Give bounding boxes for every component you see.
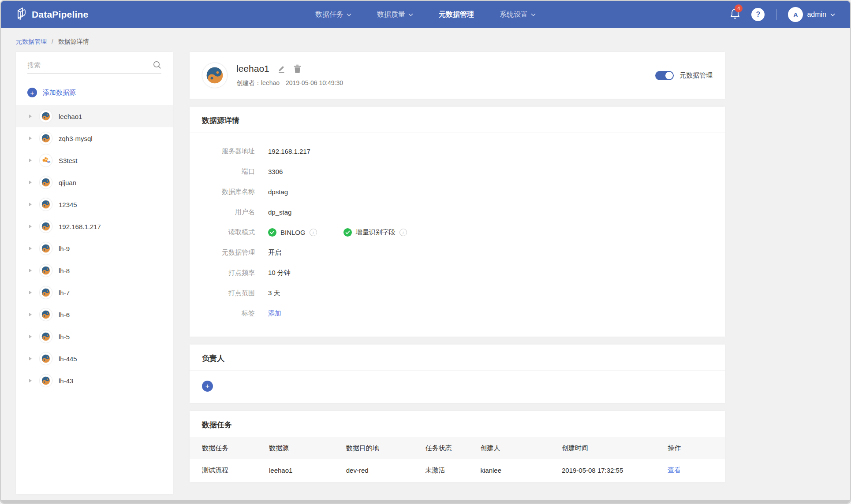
- datasource-header-card: leehao1: [190, 52, 725, 99]
- nav-right: 4 ? A admin: [730, 7, 835, 22]
- tasks-header-row: 数据任务 数据源 数据目的地 任务状态 创建人 创建时间 操作: [190, 437, 725, 459]
- username: admin: [807, 11, 826, 19]
- read-mode-label: 增量识别字段: [356, 228, 396, 237]
- help-button[interactable]: ?: [751, 8, 765, 21]
- tree-item-label: 12345: [59, 201, 77, 208]
- check-icon: [343, 228, 352, 237]
- tree-item-label: lh-5: [59, 333, 70, 341]
- owner-card: 负责人 +: [190, 345, 725, 403]
- horizontal-scrollbar[interactable]: [1, 500, 850, 503]
- field-label: 数据库名称: [202, 188, 255, 196]
- caret-right-icon[interactable]: [29, 357, 32, 360]
- column-header: 数据任务: [190, 437, 265, 459]
- mysql-icon: [39, 374, 52, 387]
- caret-right-icon[interactable]: [29, 247, 32, 250]
- nav-item-settings[interactable]: 系统设置: [500, 10, 536, 19]
- view-link[interactable]: 查看: [668, 466, 681, 474]
- nav-item-label: 元数据管理: [439, 10, 474, 19]
- add-datasource-button[interactable]: + 添加数据源: [16, 80, 173, 105]
- toggle-label: 元数据管理: [679, 71, 713, 80]
- tree-item-lh-6[interactable]: lh-6: [16, 304, 173, 326]
- search-input[interactable]: [27, 61, 153, 69]
- tree-item-lh-445[interactable]: lh-445: [16, 348, 173, 370]
- breadcrumb-parent-link[interactable]: 元数据管理: [16, 38, 47, 45]
- caret-right-icon[interactable]: [29, 137, 32, 140]
- mysql-icon: [39, 330, 52, 343]
- tree-item-12345[interactable]: 12345: [16, 193, 173, 215]
- field-row-frequency: 打点频率 10 分钟: [202, 263, 713, 283]
- caret-right-icon[interactable]: [29, 335, 32, 338]
- tree-item-s3test[interactable]: S3 S3test: [16, 149, 173, 171]
- metadata-toggle[interactable]: [655, 71, 674, 80]
- edit-button[interactable]: [276, 64, 286, 74]
- field-value: dp_stag: [268, 208, 291, 216]
- breadcrumb-separator: /: [52, 38, 53, 45]
- info-icon[interactable]: i: [399, 229, 407, 236]
- info-icon[interactable]: i: [310, 229, 317, 236]
- caret-right-icon[interactable]: [29, 115, 32, 118]
- chevron-down-icon: [408, 13, 413, 16]
- caret-right-icon[interactable]: [29, 203, 32, 206]
- caret-right-icon[interactable]: [29, 379, 32, 382]
- owner-section-title: 负责人: [190, 345, 725, 371]
- chevron-down-icon: [531, 13, 536, 16]
- chevron-down-icon: [830, 13, 835, 16]
- brand[interactable]: DataPipeline: [16, 7, 88, 22]
- tree-item-label: qijuan: [59, 179, 76, 186]
- datasource-tree: leehao1 zqh3-mysql S3 S3test qijuan 1234…: [16, 105, 173, 396]
- field-label: 端口: [202, 167, 255, 176]
- plus-icon: +: [205, 382, 209, 390]
- cell-destination: dev-red: [342, 459, 421, 482]
- mysql-icon: [39, 198, 52, 211]
- tree-item-leehao1[interactable]: leehao1: [16, 105, 173, 127]
- creator-name: leehao: [261, 79, 280, 86]
- delete-button[interactable]: [293, 64, 302, 74]
- caret-right-icon[interactable]: [29, 291, 32, 294]
- toggle-knob: [665, 72, 673, 79]
- tasks-section-title: 数据任务: [190, 411, 725, 437]
- tree-item-lh-5[interactable]: lh-5: [16, 326, 173, 348]
- tree-item-lh-42[interactable]: lh-42: [16, 392, 173, 396]
- tree-item-lh-7[interactable]: lh-7: [16, 282, 173, 304]
- tree-item-lh-43[interactable]: lh-43: [16, 370, 173, 392]
- mysql-icon: [39, 242, 52, 255]
- tree-item-qijuan[interactable]: qijuan: [16, 171, 173, 193]
- caret-right-icon[interactable]: [29, 225, 32, 228]
- datasource-detail-card: 数据源详情 服务器地址 192.168.1.217 端口 3306 数据库名称 …: [190, 107, 725, 337]
- tree-item-label: lh-9: [59, 245, 70, 252]
- add-owner-button[interactable]: +: [202, 381, 213, 392]
- mysql-icon: [39, 110, 52, 123]
- tasks-table: 数据任务 数据源 数据目的地 任务状态 创建人 创建时间 操作 测试流程 lee…: [190, 437, 725, 482]
- field-label: 服务器地址: [202, 147, 255, 156]
- tree-item-lh-9[interactable]: lh-9: [16, 237, 173, 259]
- nav-item-metadata[interactable]: 元数据管理: [439, 10, 474, 19]
- field-row-username: 用户名 dp_stag: [202, 202, 713, 222]
- nav-item-data-quality[interactable]: 数据质量: [377, 10, 413, 19]
- tree-item-192-168-1-217[interactable]: 192.168.1.217: [16, 215, 173, 237]
- column-header: 任务状态: [421, 437, 476, 459]
- tree-item-label: lh-8: [59, 267, 70, 274]
- creator-label: 创建者：: [236, 79, 261, 86]
- nav-item-data-tasks[interactable]: 数据任务: [315, 10, 351, 19]
- user-menu[interactable]: A admin: [788, 7, 835, 22]
- tree-item-lh-8[interactable]: lh-8: [16, 259, 173, 282]
- caret-right-icon[interactable]: [29, 313, 32, 316]
- tasks-card: 数据任务 数据任务 数据源 数据目的地 任务状态 创建人 创建时间 操作: [190, 411, 725, 482]
- field-row-read-mode: 读取模式 BINLOG i: [202, 222, 713, 242]
- caret-right-icon[interactable]: [29, 159, 32, 162]
- question-icon: ?: [756, 11, 761, 19]
- caret-right-icon[interactable]: [29, 269, 32, 272]
- add-tag-link[interactable]: 添加: [268, 309, 281, 318]
- s3-icon: S3: [39, 154, 52, 167]
- avatar: A: [788, 7, 803, 22]
- notifications-button[interactable]: 4: [730, 8, 740, 21]
- column-header: 数据目的地: [342, 437, 421, 459]
- field-value: 3 天: [268, 289, 280, 297]
- tree-item-label: lh-7: [59, 289, 70, 296]
- field-value: 开启: [268, 248, 281, 257]
- breadcrumb: 元数据管理 / 数据源详情: [16, 38, 850, 46]
- caret-right-icon[interactable]: [29, 181, 32, 184]
- tree-item-zqh3-mysql[interactable]: zqh3-mysql: [16, 127, 173, 149]
- creator-row: 创建者：leehao 2019-05-06 10:49:30: [236, 79, 343, 87]
- search-icon[interactable]: [153, 61, 161, 69]
